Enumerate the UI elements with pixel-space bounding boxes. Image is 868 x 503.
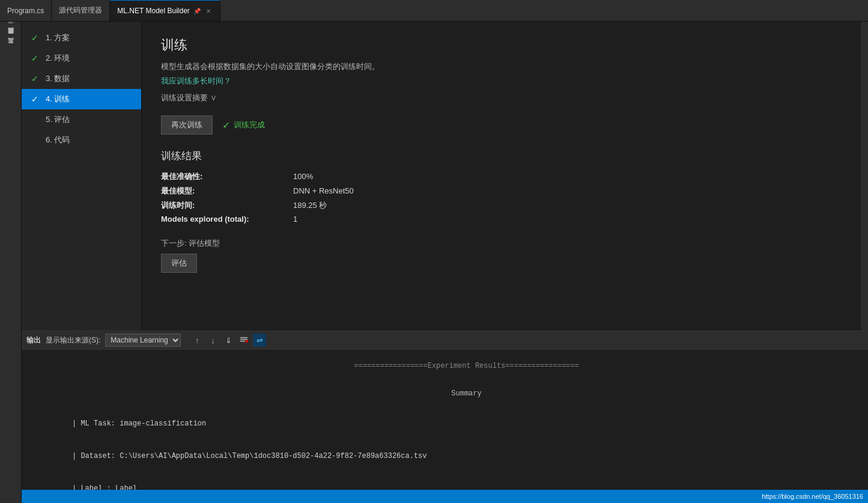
result-label-model: 最佳模型: <box>161 186 293 197</box>
step-label-evaluate: 5. 评估 <box>46 114 132 125</box>
sidebar-item-train[interactable]: ✓ 4. 训练 <box>22 89 141 109</box>
tab-source-manager[interactable]: 源代码管理器 <box>52 0 110 21</box>
evaluate-button[interactable]: 评估 <box>161 254 197 273</box>
tab-label-program-cs: Program.cs <box>7 7 44 15</box>
result-row-models-explored: Models explored (total): 1 <box>161 215 842 224</box>
clear-button[interactable] <box>237 334 250 347</box>
output-line-label: | Label : Label <box>22 472 868 490</box>
svg-rect-2 <box>240 341 245 342</box>
output-header: 输出 显示输出来源(S): Machine LearningBuildDebug… <box>22 331 868 350</box>
tab-close-button[interactable]: ✕ <box>204 7 213 15</box>
sidebar-item-evaluate[interactable]: ✓ 5. 评估 <box>22 109 141 130</box>
page-title: 训练 <box>161 36 842 54</box>
result-row-accuracy: 最佳准确性: 100% <box>161 171 842 182</box>
vertical-toolbar: 源 团队资源管理器 工具箱 <box>0 22 22 503</box>
word-wrap-button[interactable]: ⇌ <box>253 334 266 347</box>
next-step-label: 下一步: 评估模型 <box>161 238 842 249</box>
sidebar-steps: ✓ 1. 方案 ✓ 2. 环境 ✓ 3. 数据 ✓ 4. 训练 ✓ 5. 评 <box>22 22 142 331</box>
step-label-train: 4. 训练 <box>46 94 132 105</box>
step-label-environment: 2. 环境 <box>46 53 132 64</box>
output-line-dataset: | Dataset: C:\Users\AI\AppData\Local\Tem… <box>22 440 868 472</box>
results-title: 训练结果 <box>161 149 842 163</box>
content-scrollbar[interactable] <box>861 22 868 331</box>
action-row: 再次训练 ✓ 训练完成 <box>161 115 842 135</box>
tab-program-cs[interactable]: Program.cs <box>0 0 52 21</box>
step-label-code: 6. 代码 <box>46 135 132 145</box>
content-panel: 训练 模型生成器会根据数据集的大小自动设置图像分类的训练时间。 我应训练多长时间… <box>142 22 861 331</box>
step-label-scenario: 1. 方案 <box>46 32 132 43</box>
check-icon-environment: ✓ <box>31 53 41 63</box>
vtool-toolbox[interactable]: 工具箱 <box>5 43 16 53</box>
result-value-time: 189.25 秒 <box>293 200 327 211</box>
step-label-data: 3. 数据 <box>46 73 132 84</box>
content-with-scroll: ✓ 1. 方案 ✓ 2. 环境 ✓ 3. 数据 ✓ 4. 训练 ✓ 5. 评 <box>22 22 868 331</box>
output-panel: 输出 显示输出来源(S): Machine LearningBuildDebug… <box>22 331 868 490</box>
sidebar-item-data[interactable]: ✓ 3. 数据 <box>22 69 141 89</box>
tab-label-model-builder: ML.NET Model Builder <box>117 7 190 15</box>
sidebar-item-code[interactable]: ✓ 6. 代码 <box>22 130 141 150</box>
status-bar-url: https://blog.csdn.net/qq_36051316 <box>762 493 863 500</box>
retrain-button[interactable]: 再次训练 <box>161 115 213 135</box>
sidebar-item-scenario[interactable]: ✓ 1. 方案 <box>22 28 141 48</box>
svg-rect-0 <box>240 337 247 338</box>
tab-model-builder[interactable]: ML.NET Model Builder 📌 ✕ <box>110 0 220 21</box>
vtool-team-explorer[interactable]: 团队资源管理器 <box>5 34 16 43</box>
tab-pin-icon[interactable]: 📌 <box>193 8 201 14</box>
result-label-models-explored: Models explored (total): <box>161 215 293 224</box>
output-content[interactable]: =================Experiment Results=====… <box>22 350 868 490</box>
output-title: 输出 <box>26 335 41 346</box>
output-line-task: | ML Task: image-classification <box>22 407 868 440</box>
check-icon-data: ✓ <box>31 74 41 84</box>
result-value-accuracy: 100% <box>293 172 313 181</box>
output-toolbar: ↑ ↓ ⇓ ⇌ <box>190 334 266 347</box>
train-time-link[interactable]: 我应训练多长时间？ <box>161 76 231 87</box>
check-icon-scenario: ✓ <box>31 33 41 43</box>
completed-check-icon: ✓ <box>222 120 230 131</box>
output-line-divider: =================Experiment Results=====… <box>22 352 868 380</box>
result-value-model: DNN + ResNet50 <box>293 186 354 195</box>
result-value-models-explored: 1 <box>293 215 297 224</box>
output-source-select[interactable]: Machine LearningBuildDebug <box>105 334 181 347</box>
output-source-label: 显示输出来源(S): <box>46 335 100 346</box>
scroll-up-button[interactable]: ↑ <box>190 334 204 347</box>
completed-status: ✓ 训练完成 <box>222 120 265 131</box>
results-section: 训练结果 最佳准确性: 100% 最佳模型: DNN + ResNet50 训练… <box>161 149 842 224</box>
result-label-time: 训练时间: <box>161 200 293 211</box>
sidebar-item-environment[interactable]: ✓ 2. 环境 <box>22 48 141 69</box>
result-row-time: 训练时间: 189.25 秒 <box>161 200 842 211</box>
completed-label: 训练完成 <box>234 120 265 130</box>
scroll-end-button[interactable]: ⇓ <box>222 334 235 347</box>
result-label-accuracy: 最佳准确性: <box>161 171 293 182</box>
scroll-down-button[interactable]: ↓ <box>206 334 219 347</box>
tab-bar: Program.cs 源代码管理器 ML.NET Model Builder 📌… <box>0 0 868 22</box>
output-line-summary: Summary <box>22 380 868 407</box>
main-area: 源 团队资源管理器 工具箱 ✓ 1. 方案 ✓ 2. 环境 ✓ 3. 数据 <box>0 22 868 503</box>
check-icon-train: ✓ <box>31 94 41 104</box>
result-row-model: 最佳模型: DNN + ResNet50 <box>161 186 842 197</box>
settings-summary[interactable]: 训练设置摘要 ∨ <box>161 93 842 103</box>
tab-label-source-manager: 源代码管理器 <box>59 5 102 16</box>
svg-rect-1 <box>240 339 247 340</box>
vtool-source-control[interactable]: 源 <box>5 24 16 34</box>
train-description: 模型生成器会根据数据集的大小自动设置图像分类的训练时间。 <box>161 61 842 72</box>
status-bar: https://blog.csdn.net/qq_36051316 <box>22 490 868 503</box>
